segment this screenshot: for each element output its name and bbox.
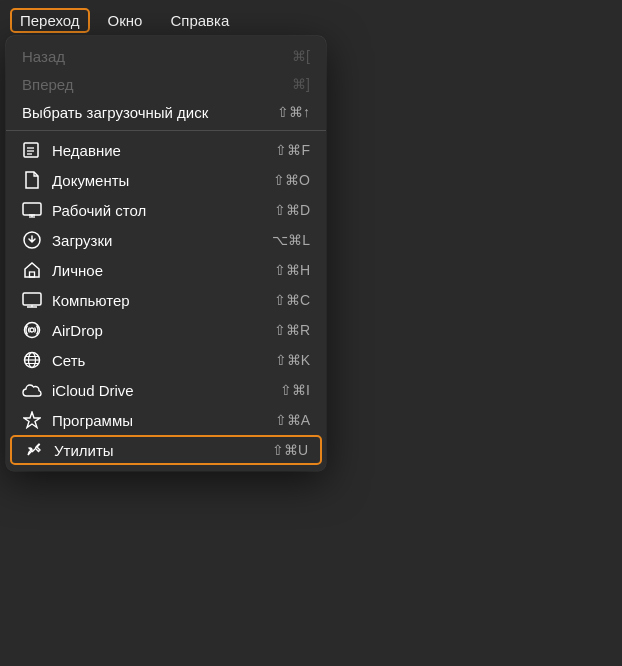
svg-point-14 [30,328,34,332]
home-icon [22,260,42,280]
menu-item-documents-shortcut: ⇧⌘O [273,172,310,188]
menu-item-recents-left: Недавние [22,140,121,160]
menu-item-back-label: Назад [22,48,65,65]
menu-item-forward-shortcut: ⌘] [292,76,310,92]
menu-item-utilities-left: Утилиты [24,440,114,460]
utilities-icon [24,440,44,460]
menu-item-desktop[interactable]: Рабочий стол ⇧⌘D [6,195,326,225]
menu-item-computer[interactable]: Компьютер ⇧⌘C [6,285,326,315]
icloud-icon [22,380,42,400]
menu-item-documents-left: Документы [22,170,129,190]
menu-item-icloud[interactable]: iCloud Drive ⇧⌘I [6,375,326,405]
menu-item-airdrop-left: AirDrop [22,320,103,340]
svg-rect-4 [23,203,41,215]
menu-item-network-shortcut: ⇧⌘K [275,352,310,368]
menu-item-applications-shortcut: ⇧⌘A [275,412,310,428]
menu-item-downloads[interactable]: Загрузки ⌥⌘L [6,225,326,255]
svg-rect-0 [24,143,38,157]
airdrop-icon [22,320,42,340]
menubar-spravka[interactable]: Справка [160,8,239,33]
computer-icon [22,290,42,310]
menu-item-forward[interactable]: Вперед ⌘] [6,70,326,98]
menu-item-network-label: Сеть [52,352,85,369]
menu-item-back-left: Назад [22,48,65,65]
svg-point-13 [25,323,40,338]
menu-item-desktop-left: Рабочий стол [22,200,146,220]
menu-item-computer-left: Компьютер [22,290,130,310]
menu-item-back-shortcut: ⌘[ [292,48,310,64]
menubar-perekhod[interactable]: Переход [10,8,90,33]
menu-item-startup-label: Выбрать загрузочный диск [22,104,208,121]
menu-item-documents[interactable]: Документы ⇧⌘O [6,165,326,195]
divider-1 [6,130,326,131]
menu-item-home-label: Личное [52,262,103,279]
menu-item-documents-label: Документы [52,172,129,189]
dropdown-menu: Назад ⌘[ Вперед ⌘] Выбрать загрузочный д… [6,36,326,471]
menu-bar: Переход Окно Справка [0,0,622,40]
menu-item-network[interactable]: Сеть ⇧⌘K [6,345,326,375]
menu-item-utilities-shortcut: ⇧⌘U [272,442,308,458]
menu-item-applications-left: Программы [22,410,133,430]
menu-item-startup[interactable]: Выбрать загрузочный диск ⇧⌘↑ [6,98,326,126]
menu-item-home[interactable]: Личное ⇧⌘H [6,255,326,285]
menu-item-airdrop-shortcut: ⇧⌘R [274,322,310,338]
menu-item-home-left: Личное [22,260,103,280]
menu-item-downloads-left: Загрузки [22,230,112,250]
menu-item-recents[interactable]: Недавние ⇧⌘F [6,135,326,165]
menu-item-back[interactable]: Назад ⌘[ [6,42,326,70]
menu-item-utilities[interactable]: Утилиты ⇧⌘U [10,435,322,465]
menu-item-home-shortcut: ⇧⌘H [274,262,310,278]
recents-icon [22,140,42,160]
menu-item-applications[interactable]: Программы ⇧⌘A [6,405,326,435]
network-icon [22,350,42,370]
menu-item-utilities-label: Утилиты [54,442,114,459]
documents-icon [22,170,42,190]
menu-item-network-left: Сеть [22,350,85,370]
menu-item-downloads-label: Загрузки [52,232,112,249]
menu-item-forward-label: Вперед [22,76,74,93]
menu-item-recents-shortcut: ⇧⌘F [275,142,310,158]
menu-item-computer-shortcut: ⇧⌘C [274,292,310,308]
menu-item-icloud-left: iCloud Drive [22,380,134,400]
menu-item-recents-label: Недавние [52,142,121,159]
menu-item-airdrop[interactable]: AirDrop ⇧⌘R [6,315,326,345]
menu-item-downloads-shortcut: ⌥⌘L [272,232,310,248]
menubar-okno[interactable]: Окно [98,8,153,33]
desktop-icon [22,200,42,220]
menu-item-computer-label: Компьютер [52,292,130,309]
menu-item-desktop-label: Рабочий стол [52,202,146,219]
svg-rect-10 [23,293,41,305]
applications-icon [22,410,42,430]
menu-item-icloud-label: iCloud Drive [52,382,134,399]
menu-item-applications-label: Программы [52,412,133,429]
menu-item-startup-left: Выбрать загрузочный диск [22,104,208,121]
menu-item-desktop-shortcut: ⇧⌘D [274,202,310,218]
downloads-icon [22,230,42,250]
menu-item-airdrop-label: AirDrop [52,322,103,339]
menu-item-icloud-shortcut: ⇧⌘I [280,382,310,398]
menu-item-forward-left: Вперед [22,76,74,93]
menu-item-startup-shortcut: ⇧⌘↑ [277,104,310,120]
menu-container: Переход Окно Справка Назад ⌘[ Вперед ⌘] … [0,0,622,666]
